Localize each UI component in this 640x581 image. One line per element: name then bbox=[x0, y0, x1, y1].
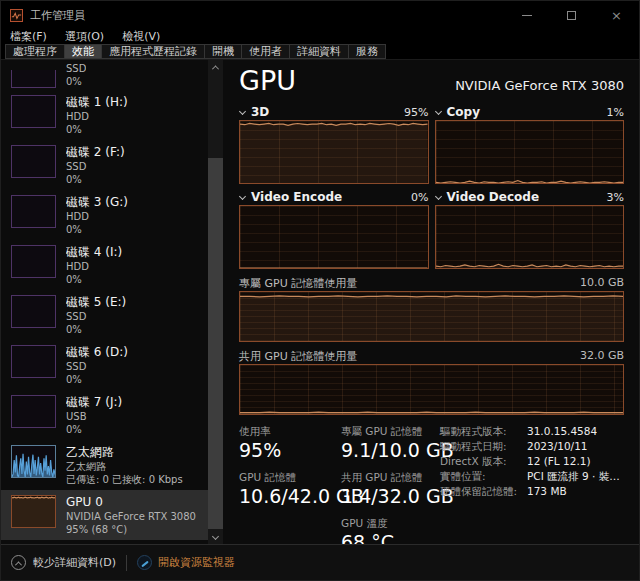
disk-thumbnail bbox=[11, 95, 56, 128]
video-decode-value: 3% bbox=[607, 191, 624, 204]
video-decode-chart bbox=[435, 205, 625, 269]
detail-hw-reserved-memory: 硬體保留記憶體: 173 MB bbox=[440, 484, 624, 499]
shared-memory-max: 32.0 GB bbox=[580, 349, 624, 364]
disk-thumbnail bbox=[11, 245, 56, 278]
tab-users[interactable]: 使用者 bbox=[241, 44, 289, 59]
tab-performance[interactable]: 效能 bbox=[64, 44, 101, 59]
chevron-down-icon bbox=[212, 533, 219, 540]
sidebar-item-ethernet[interactable]: 乙太網路 乙太網路 已傳送: 0 已接收: 0 Kbps bbox=[1, 440, 208, 490]
sidebar-scrollbar[interactable] bbox=[208, 60, 223, 544]
3d-usage-chart bbox=[239, 120, 429, 184]
resource-monitor-icon bbox=[137, 555, 152, 570]
sidebar-item-disk2[interactable]: 磁碟 2 (F:) SSD 0% bbox=[1, 140, 208, 190]
close-button[interactable]: × bbox=[594, 1, 639, 29]
menu-view[interactable]: 檢視(V) bbox=[122, 29, 160, 44]
disk-thumbnail bbox=[11, 295, 56, 328]
dedicated-memory-chart bbox=[239, 291, 624, 342]
shared-memory-chart bbox=[239, 364, 624, 415]
gpu-thumbnail-chart bbox=[11, 495, 56, 528]
tab-startup[interactable]: 開機 bbox=[204, 44, 241, 59]
tab-details[interactable]: 詳細資料 bbox=[289, 44, 348, 59]
ethernet-thumbnail-chart bbox=[11, 445, 56, 478]
video-encode-value: 0% bbox=[411, 191, 428, 204]
copy-usage-chart bbox=[435, 120, 625, 184]
performance-sidebar: SSD 0% 磁碟 1 (H:) HDD 0% 磁碟 2 (F:) SSD 0%… bbox=[1, 60, 208, 544]
menubar: 檔案(F) 選項(O) 檢視(V) bbox=[1, 29, 639, 44]
less-details-button[interactable]: 較少詳細資料(D) bbox=[33, 555, 116, 570]
sidebar-item-disk1[interactable]: 磁碟 1 (H:) HDD 0% bbox=[1, 90, 208, 140]
chevron-down-icon bbox=[239, 107, 246, 114]
chevron-up-icon bbox=[15, 561, 22, 568]
shared-memory-label: 共用 GPU 記憶體 bbox=[341, 470, 434, 484]
task-manager-icon bbox=[10, 9, 23, 22]
window-title: 工作管理員 bbox=[30, 8, 504, 23]
sidebar-item-disk0-partial[interactable]: SSD 0% bbox=[1, 60, 208, 90]
maximize-button[interactable] bbox=[549, 1, 594, 29]
disk-thumbnail bbox=[11, 145, 56, 178]
scrollbar-thumb[interactable] bbox=[208, 158, 223, 531]
detail-driver-version: 驅動程式版本: 31.0.15.4584 bbox=[440, 424, 624, 439]
shared-memory-value: 1.4/32.0 GB bbox=[341, 484, 434, 508]
dedicated-memory-chart-label: 專屬 GPU 記憶體使用量 bbox=[239, 276, 357, 291]
close-icon: × bbox=[611, 9, 622, 22]
dedicated-memory-label: 專屬 GPU 記憶體 bbox=[341, 424, 434, 438]
chevron-up-icon bbox=[212, 65, 219, 72]
menu-file[interactable]: 檔案(F) bbox=[10, 29, 47, 44]
chart-header-video-encode[interactable]: Video Encode 0% bbox=[239, 189, 429, 205]
sidebar-item-disk5[interactable]: 磁碟 5 (E:) SSD 0% bbox=[1, 290, 208, 340]
collapse-circle-icon bbox=[11, 555, 26, 570]
utilization-label: 使用率 bbox=[239, 424, 341, 438]
chart-header-3d[interactable]: 3D 95% bbox=[239, 104, 429, 120]
shared-memory-chart-label: 共用 GPU 記憶體使用量 bbox=[239, 349, 357, 364]
dedicated-memory-value: 9.1/10.0 GB bbox=[341, 438, 434, 462]
disk-thumbnail bbox=[11, 70, 56, 88]
scroll-down-button[interactable] bbox=[208, 529, 223, 544]
footer-bar: 較少詳細資料(D) 開啟資源監視器 bbox=[1, 544, 639, 580]
scroll-up-button[interactable] bbox=[208, 60, 223, 75]
utilization-value: 95% bbox=[239, 438, 341, 462]
copy-usage-value: 1% bbox=[607, 106, 624, 119]
sidebar-item-disk6[interactable]: 磁碟 6 (D:) SSD 0% bbox=[1, 340, 208, 390]
gpu-performance-pane: GPU NVIDIA GeForce RTX 3080 3D 95% Copy … bbox=[223, 60, 639, 544]
gpu-memory-value: 10.6/42.0 GB bbox=[239, 484, 341, 508]
gpu-device-name: NVIDIA GeForce RTX 3080 bbox=[455, 78, 624, 96]
sidebar-item-disk7[interactable]: 磁碟 7 (J:) USB 0% bbox=[1, 390, 208, 440]
chart-header-copy[interactable]: Copy 1% bbox=[435, 104, 625, 120]
dedicated-memory-max: 10.0 GB bbox=[580, 276, 624, 291]
task-manager-window: { "window": { "title": "工作管理員" }, "menu"… bbox=[0, 0, 640, 581]
minimize-icon bbox=[522, 15, 532, 16]
3d-usage-value: 95% bbox=[404, 106, 428, 119]
disk-thumbnail bbox=[11, 395, 56, 428]
tab-services[interactable]: 服務 bbox=[348, 44, 386, 59]
detail-directx-version: DirectX 版本: 12 (FL 12.1) bbox=[440, 454, 624, 469]
tab-app-history[interactable]: 應用程式歷程記錄 bbox=[101, 44, 204, 59]
maximize-icon bbox=[567, 11, 576, 20]
chevron-down-icon bbox=[434, 107, 441, 114]
chart-header-video-decode[interactable]: Video Decode 3% bbox=[435, 189, 625, 205]
video-encode-chart bbox=[239, 205, 429, 269]
sidebar-item-disk3[interactable]: 磁碟 3 (G:) HDD 0% bbox=[1, 190, 208, 240]
sidebar-item-disk4[interactable]: 磁碟 4 (I:) HDD 0% bbox=[1, 240, 208, 290]
gpu-memory-label: GPU 記憶體 bbox=[239, 470, 341, 484]
minimize-button[interactable] bbox=[504, 1, 549, 29]
titlebar: 工作管理員 × bbox=[1, 1, 639, 29]
chevron-down-icon bbox=[434, 192, 441, 199]
detail-physical-location: 實體位置: PCI 匯流排 9 · 裝置 0 · 函... bbox=[440, 469, 624, 484]
gpu-temperature-label: GPU 溫度 bbox=[341, 516, 434, 530]
tab-processes[interactable]: 處理程序 bbox=[5, 44, 64, 59]
gpu-temperature-value: 68 °C bbox=[341, 530, 434, 544]
menu-options[interactable]: 選項(O) bbox=[65, 29, 104, 44]
tabbar: 處理程序 效能 應用程式歷程記錄 開機 使用者 詳細資料 服務 bbox=[1, 44, 639, 60]
disk-thumbnail bbox=[11, 195, 56, 228]
detail-driver-date: 驅動程式日期: 2023/10/11 bbox=[440, 439, 624, 454]
open-resource-monitor-link[interactable]: 開啟資源監視器 bbox=[158, 555, 235, 570]
page-title: GPU bbox=[239, 66, 296, 96]
disk-thumbnail bbox=[11, 345, 56, 378]
chevron-down-icon bbox=[239, 192, 246, 199]
footer-divider bbox=[126, 555, 127, 571]
sidebar-item-gpu0[interactable]: GPU 0 NVIDIA GeForce RTX 3080 95% (68 °C… bbox=[1, 490, 208, 540]
